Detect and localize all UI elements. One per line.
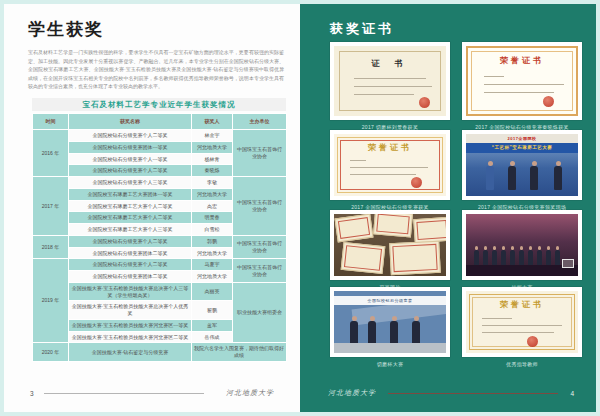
certificate-card: 荣誉证书 bbox=[462, 42, 582, 120]
person-figure bbox=[519, 250, 524, 265]
person-figure bbox=[546, 250, 551, 265]
page-number: 3 bbox=[30, 390, 34, 397]
screen-icon bbox=[562, 259, 574, 268]
person-figure bbox=[368, 321, 376, 345]
stage-floor bbox=[334, 343, 446, 353]
table-row: 2016 年 全国院校钻石分级竞赛个人二等奖 林金宇 中国珠宝玉石首饰行业协会 bbox=[33, 130, 287, 142]
header-award: 获奖名称 bbox=[69, 114, 192, 130]
organizer-cell: 职业技能大赛组委会 bbox=[233, 282, 287, 343]
organizer-cell: 中国珠宝玉石首饰行业协会 bbox=[233, 177, 287, 236]
table-row: 2017 年 全国院校钻石分级竞赛个人三等奖 李敏 中国珠宝玉石首饰行业协会 bbox=[33, 177, 287, 189]
gallery-item: 全国院校钻石分级竞赛 切磨杯大赛 bbox=[330, 287, 450, 368]
header-time: 时间 bbox=[33, 114, 69, 130]
certificate-title: 证 书 bbox=[334, 58, 446, 69]
year-cell: 2019 年 bbox=[33, 259, 69, 343]
winner-cell: 河北地质大学 bbox=[192, 271, 233, 283]
photo-card bbox=[330, 210, 450, 280]
organizer-cell: 中国珠宝玉石首饰行业协会 bbox=[233, 259, 287, 283]
winner-cell: 马夏宇 bbox=[192, 259, 233, 271]
text-line bbox=[484, 84, 564, 85]
award-cell: 全国院校钻石分级竞赛个人二等奖 bbox=[69, 259, 192, 271]
certificate-card: 证 书 bbox=[330, 42, 450, 120]
university-logo: 河北地质大学 bbox=[226, 388, 274, 398]
university-logo: 河北地质大学 bbox=[328, 388, 376, 398]
photo-card: 全国院校钻石分级竞赛 bbox=[330, 287, 450, 357]
footer-rule bbox=[388, 393, 558, 394]
photo-thumb: 2017全国院校 “工艺杯”宝石琢磨工艺大赛 bbox=[466, 134, 578, 196]
text-line bbox=[484, 92, 554, 93]
photo-card: 2017全国院校 “工艺杯”宝石琢磨工艺大赛 bbox=[462, 130, 582, 200]
winner-cell: 高宏 bbox=[192, 200, 233, 212]
seal-icon bbox=[543, 96, 554, 107]
certificate-paper bbox=[341, 242, 386, 274]
seal-icon bbox=[411, 177, 422, 188]
year-cell: 2017 年 bbox=[33, 177, 69, 236]
person-figure bbox=[412, 321, 420, 345]
winner-cell: 明景春 bbox=[192, 212, 233, 224]
text-line bbox=[484, 76, 504, 77]
certificate-title: 荣誉证书 bbox=[466, 299, 578, 310]
person-figure bbox=[350, 321, 358, 345]
banner-text: 2017全国院校 bbox=[466, 134, 578, 143]
award-cell: 全国院校钻石分级竞赛个人二等奖 bbox=[69, 130, 192, 142]
certificate-paper bbox=[335, 214, 374, 242]
gallery-item: 2017全国院校 “工艺杯”宝石琢磨工艺大赛 2017 全国院校钻石分级竞赛颁奖… bbox=[462, 130, 582, 211]
year-cell: 2016 年 bbox=[33, 130, 69, 177]
winner-cell: 郭鹏 bbox=[192, 235, 233, 247]
photo-thumb: 全国院校钻石分级竞赛 bbox=[334, 291, 446, 353]
table-row: 2018 年 全国院校钻石分级竞赛个人二等奖 郭鹏 中国珠宝玉石首饰行业协会 bbox=[33, 235, 287, 247]
winner-cell: 蓝军 bbox=[192, 319, 233, 331]
person-figure bbox=[554, 166, 562, 190]
gallery-caption: 优秀指导教师 bbox=[462, 361, 582, 368]
page-number: 4 bbox=[570, 390, 574, 397]
award-cell: 全国院校钻石分级竞赛团体二等奖 bbox=[69, 247, 192, 259]
person-figure bbox=[528, 250, 533, 265]
photo-thumb bbox=[334, 214, 446, 276]
winner-cell: 白雪松 bbox=[192, 224, 233, 236]
page-title: 获奖证书 bbox=[330, 20, 394, 38]
person-figure bbox=[530, 166, 538, 190]
table-row: 2019 年 全国院校钻石分级竞赛个人二等奖 马夏宇 中国珠宝玉石首饰行业协会 bbox=[33, 259, 287, 271]
certificate-paper bbox=[413, 217, 446, 243]
seal-icon bbox=[527, 336, 538, 347]
award-cell: 全国技能大赛·宝玉石检验员技能大赛河北赛区二等奖 bbox=[69, 331, 192, 343]
winner-cell: 河北地质大学 bbox=[192, 141, 233, 153]
winner-cell: 岳伟成 bbox=[192, 331, 233, 343]
person-figure bbox=[508, 166, 516, 190]
certificate-card: 荣誉证书 bbox=[330, 130, 450, 200]
text-line bbox=[482, 318, 512, 319]
award-cell: 全国院校宝石琢磨工艺大赛团体一等奖 bbox=[69, 188, 192, 200]
gallery-item: 荣誉证书 2017 全国院校钻石分级竞赛秦晓烁获奖 bbox=[462, 42, 582, 131]
award-cell: 全国技能大赛·钻石鉴定与分级竞赛 bbox=[69, 343, 192, 362]
year-cell: 2020 年 bbox=[33, 343, 69, 362]
winner-cell: 翟鹏 bbox=[192, 301, 233, 320]
award-cell: 全国技能大赛·宝玉石检验员技能大赛总决赛个人优秀奖 bbox=[69, 301, 192, 320]
certificate-thumb: 荣誉证书 bbox=[334, 134, 446, 196]
footer-rule bbox=[44, 393, 204, 394]
winner-cell: 河北地质大学 bbox=[192, 188, 233, 200]
winner-cell: 林金宇 bbox=[192, 130, 233, 142]
text-line bbox=[482, 332, 554, 333]
award-cell: 全国院校宝石琢磨工艺大赛个人三等奖 bbox=[69, 224, 192, 236]
table-row: 全国技能大赛·宝玉石检验员技能大赛总决赛个人三等奖（学生组最高奖） 高丽英 职业… bbox=[33, 282, 287, 301]
award-cell: 全国院校钻石分级竞赛个人二等奖 bbox=[69, 165, 192, 177]
winner-cell: 河北地质大学 bbox=[192, 247, 233, 259]
certificate-title: 荣誉证书 bbox=[334, 142, 446, 153]
person-figure bbox=[555, 250, 560, 265]
person-figure bbox=[390, 321, 398, 345]
text-line bbox=[350, 160, 366, 161]
right-page: 获奖证书 证 书 2017 切磨杯刘景春获奖 bbox=[300, 4, 596, 412]
award-cell: 全国院校宝石琢磨工艺大赛个人二等奖 bbox=[69, 212, 192, 224]
certificate-thumb: 证 书 bbox=[334, 46, 446, 116]
text-line bbox=[354, 94, 414, 95]
note-cell: 我院六名学生入围复赛，期待他们取得好成绩 bbox=[192, 343, 287, 362]
table-row: 2020 年 全国技能大赛·钻石鉴定与分级竞赛 我院六名学生入围复赛，期待他们取… bbox=[33, 343, 287, 362]
seal-icon bbox=[419, 97, 430, 108]
award-cell: 全国院校宝石琢磨工艺大赛个人二等奖 bbox=[69, 200, 192, 212]
certificate-thumb: 荣誉证书 bbox=[466, 291, 578, 353]
text-line bbox=[482, 325, 562, 326]
award-cell: 全国院校钻石分级竞赛团体一等奖 bbox=[69, 141, 192, 153]
table-header-row: 时间 获奖名称 获奖人 主办单位 bbox=[33, 114, 287, 130]
brochure-spread: 学生获奖 宝石及材料工艺学是一门实践性很强的科学，要求学生不仅具有一定宝石矿物方… bbox=[0, 0, 600, 416]
organizer-cell: 中国珠宝玉石首饰行业协会 bbox=[233, 130, 287, 177]
